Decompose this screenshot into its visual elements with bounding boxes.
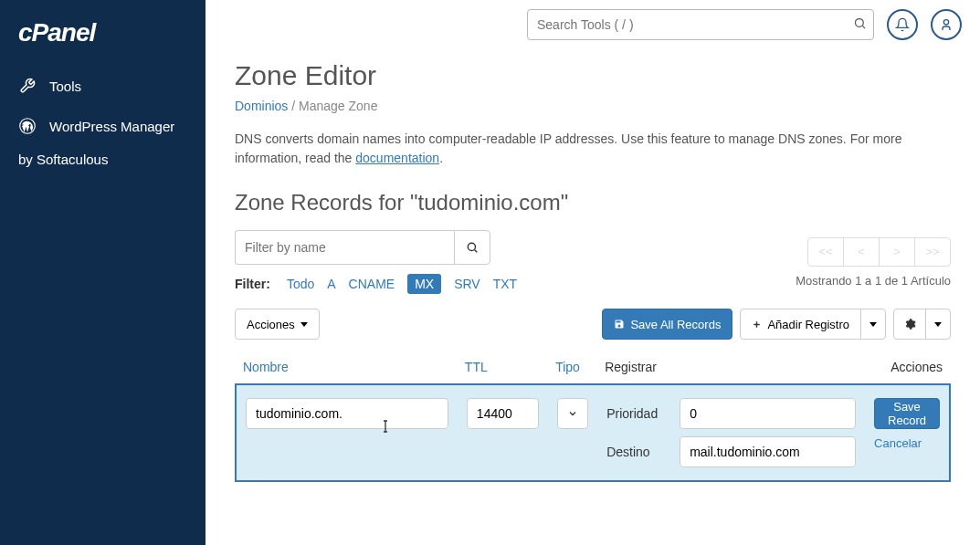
col-record: Registrar — [597, 351, 865, 384]
col-ttl[interactable]: TTL — [458, 351, 548, 384]
filter-type-mx[interactable]: MX — [407, 274, 441, 294]
search-icon — [853, 16, 867, 30]
record-name-input[interactable] — [246, 398, 448, 429]
caret-down-icon — [934, 322, 942, 327]
filter-type-srv[interactable]: SRV — [454, 277, 480, 291]
main-area: Zone Editor Dominios / Manage Zone DNS c… — [205, 0, 980, 545]
brand-text: cPanel — [18, 18, 95, 47]
breadcrumb: Dominios / Manage Zone — [235, 99, 951, 113]
filter-search-button[interactable] — [454, 230, 490, 265]
search-wrap — [527, 9, 874, 40]
page-description: DNS converts domain names into computer-… — [235, 130, 951, 168]
tools-icon — [18, 77, 37, 95]
search-button[interactable] — [853, 16, 867, 33]
page-title: Zone Editor — [235, 60, 951, 91]
settings-button[interactable] — [893, 309, 926, 340]
cancel-link[interactable]: Cancelar — [874, 436, 922, 450]
filter-input[interactable] — [235, 230, 454, 265]
notifications-button[interactable] — [887, 9, 918, 40]
pagination: << < > >> — [808, 237, 951, 267]
record-ttl-input[interactable] — [467, 398, 539, 429]
caret-down-icon — [300, 322, 308, 327]
destination-label: Destino — [606, 445, 670, 459]
save-record-button[interactable]: Save Record — [874, 398, 940, 429]
breadcrumb-link[interactable]: Dominios — [235, 99, 288, 113]
showing-text: Mostrando 1 a 1 de 1 Artículo — [796, 274, 951, 288]
filter-label: Filter: — [235, 277, 270, 291]
sidebar: cPanel Tools WordPress Manager by Softac… — [0, 0, 205, 545]
priority-row: Prioridad — [606, 398, 856, 429]
svg-point-1 — [856, 19, 864, 27]
sidebar-subtitle: by Softaculous — [0, 146, 205, 167]
filter-type-cname[interactable]: CNAME — [349, 277, 395, 291]
search-input[interactable] — [527, 9, 874, 40]
sidebar-item-tools[interactable]: Tools — [0, 66, 205, 106]
brand-logo: cPanel — [0, 18, 205, 66]
section-title: Zone Records for "tudominio.com" — [235, 190, 951, 215]
filter-input-group — [235, 230, 517, 265]
wordpress-icon — [18, 117, 37, 135]
priority-label: Prioridad — [606, 406, 670, 421]
settings-caret-button[interactable] — [925, 309, 951, 340]
record-type-select[interactable] — [557, 398, 588, 429]
svg-point-3 — [468, 243, 475, 250]
records-table: Nombre TTL Tipo Registrar Acciones — [235, 351, 951, 482]
record-edit-row: Prioridad Destino Save Record Ca — [236, 384, 950, 481]
breadcrumb-current: Manage Zone — [299, 99, 377, 113]
col-actions: Acciones — [865, 351, 950, 384]
user-button[interactable] — [931, 9, 962, 40]
actions-dropdown-button[interactable]: Acciones — [235, 309, 320, 340]
chevron-down-icon — [567, 408, 578, 419]
page-first-button[interactable]: << — [807, 237, 844, 267]
add-record-caret-button[interactable] — [860, 309, 886, 340]
gear-icon — [903, 318, 916, 330]
page-last-button[interactable]: >> — [914, 237, 951, 267]
caret-down-icon — [869, 322, 877, 327]
filter-row: Filter: Todo A CNAME MX SRV TXT << < > > — [235, 230, 951, 294]
toolbar: Acciones Save All Records Añadir Registr… — [235, 309, 951, 340]
documentation-link[interactable]: documentation — [355, 151, 439, 165]
page-prev-button[interactable]: < — [843, 237, 880, 267]
filter-type-todo[interactable]: Todo — [287, 277, 314, 291]
topbar — [205, 0, 980, 49]
save-all-button[interactable]: Save All Records — [602, 309, 732, 340]
content: Zone Editor Dominios / Manage Zone DNS c… — [205, 49, 980, 500]
page-next-button[interactable]: > — [879, 237, 915, 267]
plus-icon — [752, 320, 762, 330]
sidebar-item-label: WordPress Manager — [49, 119, 174, 134]
priority-input[interactable] — [680, 398, 856, 429]
add-record-button[interactable]: Añadir Registro — [740, 309, 861, 340]
add-record-group: Añadir Registro — [740, 309, 886, 340]
save-icon — [614, 319, 625, 330]
settings-group — [893, 309, 951, 340]
filter-type-txt[interactable]: TXT — [493, 277, 517, 291]
filter-type-a[interactable]: A — [327, 277, 335, 291]
breadcrumb-sep: / — [291, 99, 299, 113]
col-name[interactable]: Nombre — [236, 351, 458, 384]
destination-input[interactable] — [680, 436, 856, 467]
sidebar-item-label: Tools — [49, 79, 81, 94]
filter-pills: Filter: Todo A CNAME MX SRV TXT — [235, 274, 517, 294]
search-icon — [466, 241, 479, 254]
user-icon — [939, 17, 954, 32]
bell-icon — [895, 17, 910, 32]
sidebar-item-wordpress[interactable]: WordPress Manager — [0, 106, 205, 146]
destination-row: Destino — [606, 436, 856, 467]
svg-point-2 — [943, 20, 948, 25]
col-type[interactable]: Tipo — [548, 351, 597, 384]
